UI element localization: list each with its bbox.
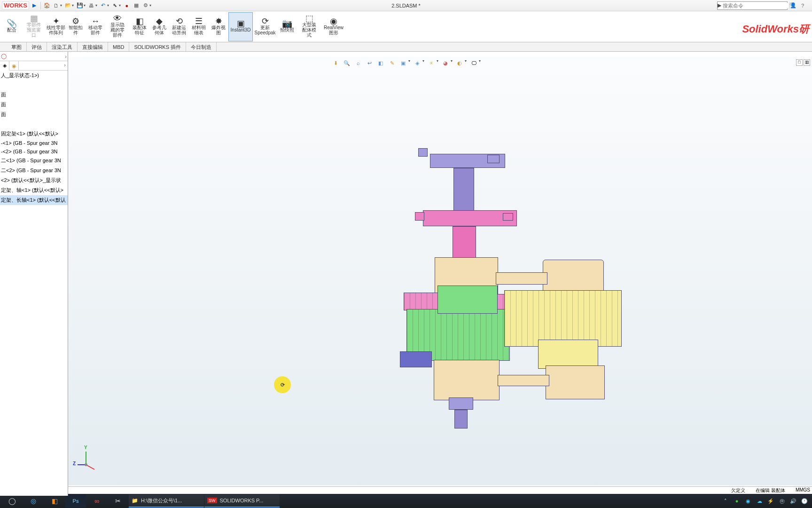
previous-view-icon[interactable]: ↩ <box>365 59 374 67</box>
select-icon[interactable]: ⬉ <box>111 1 119 10</box>
zoom-fit-icon[interactable]: 🔍 <box>343 59 351 67</box>
ribbon-装配体特征[interactable]: ◧装配体特征 <box>130 12 149 41</box>
home-icon[interactable]: 🏠 <box>43 1 51 10</box>
play-icon[interactable]: ▶ <box>30 1 39 10</box>
dropdown-icon[interactable]: ▾ <box>84 3 86 8</box>
tray-cloud-icon[interactable]: ☁ <box>756 498 763 504</box>
task-edge[interactable]: ◎ <box>23 494 44 508</box>
tree-plane[interactable]: 面 <box>0 110 68 119</box>
tab-2[interactable]: 渲染工具 <box>47 42 78 51</box>
zoom-area-icon[interactable]: ⌕ <box>354 59 362 67</box>
tray-chevron-icon[interactable]: ˄ <box>722 498 729 504</box>
section-view-icon[interactable]: ◧ <box>376 59 385 67</box>
appearance-icon[interactable]: ◕ <box>441 59 450 67</box>
tab-4[interactable]: MBD <box>108 42 129 51</box>
dropdown-icon[interactable]: ▾ <box>107 3 109 8</box>
dropdown-icon[interactable]: ▾ <box>437 59 438 67</box>
command-search[interactable]: ▶ 🔍 <box>717 1 788 10</box>
ribbon-智能扣件[interactable]: ⚙智能扣件 <box>66 12 86 41</box>
ribbon-线性零部件阵[interactable]: ✦线性零部件阵列 <box>46 12 66 41</box>
task-solidworks[interactable]: SWSOLIDWORKS P... <box>204 494 280 508</box>
light-icon[interactable]: ☀ <box>427 59 436 67</box>
tree-plane[interactable]: 面 <box>0 100 68 110</box>
tree-item[interactable]: 二<1> (GB - Spur gear 3N <box>0 156 68 166</box>
dropdown-icon[interactable]: ▾ <box>149 3 151 8</box>
tree-root[interactable]: 人_显示状态-1>) <box>0 71 68 80</box>
tree-item[interactable]: <2> (默认<<默认>_显示状 <box>0 175 68 185</box>
task-explorer[interactable]: 📁H:\微信公众号\1... <box>129 494 204 508</box>
tree-plane[interactable]: 面 <box>0 90 68 100</box>
task-browser[interactable]: ◧ <box>44 494 65 508</box>
display-style-icon[interactable]: ▣ <box>399 59 407 67</box>
dropdown-icon[interactable]: ▾ <box>95 3 97 8</box>
config-tab[interactable]: ◉ <box>9 61 19 71</box>
ribbon-零部件预览窗[interactable]: ▦零部件预览窗口 <box>22 12 46 41</box>
rebuild-icon[interactable]: ● <box>123 1 131 10</box>
search-input[interactable] <box>721 3 789 8</box>
tray-chat-icon[interactable]: ◉ <box>744 498 752 504</box>
ribbon-拍快照[interactable]: 📷拍快照 <box>277 12 297 41</box>
ribbon-材料明细表[interactable]: ☰材料明细表 <box>189 12 209 41</box>
ribbon-配合[interactable]: 📎配合 <box>2 12 22 41</box>
tree-item[interactable]: 定架、长轴<1> (默认<<默认 <box>0 195 68 205</box>
dropdown-icon[interactable]: ▾ <box>119 3 121 8</box>
dropdown-icon[interactable]: ▾ <box>465 59 467 67</box>
tray-net-icon[interactable]: ⚡ <box>767 498 774 504</box>
hide-show-icon[interactable]: ◈ <box>413 59 422 67</box>
help-icon[interactable]: ? <box>801 3 809 8</box>
ribbon-Instan[interactable]: ▣Instant3D <box>228 12 253 41</box>
ribbon-显示隐藏的零[interactable]: 👁显示隐藏的零部件 <box>105 12 130 41</box>
ribbon-新建运动算例[interactable]: ⟲新建运动算例 <box>169 12 189 41</box>
watermark-text: SolidWorks研 <box>742 22 809 36</box>
task-snip[interactable]: ✂ <box>108 494 128 508</box>
open-icon[interactable]: 📂 <box>64 1 72 10</box>
tab-0[interactable]: 草图 <box>7 42 27 51</box>
task-app2[interactable]: ∞ <box>86 494 107 508</box>
dropdown-icon[interactable]: ▾ <box>451 59 453 67</box>
tab-6[interactable]: 今日制造 <box>186 42 217 51</box>
tab-1[interactable]: 评估 <box>27 42 47 51</box>
dropdown-icon[interactable]: ▾ <box>479 59 481 67</box>
tab-3[interactable]: 直接编辑 <box>78 42 108 51</box>
print-icon[interactable]: 🖶 <box>87 1 96 10</box>
dropdown-icon[interactable]: ▾ <box>408 59 410 67</box>
panel-expand-icon[interactable]: › <box>62 61 68 70</box>
orientation-icon[interactable]: ⬇ <box>331 59 340 67</box>
tray-volume-icon[interactable]: 🔊 <box>789 498 797 504</box>
options-icon[interactable]: ▦ <box>132 1 141 10</box>
tree-item[interactable]: -<2> (GB - Spur gear 3N <box>0 147 68 156</box>
dropdown-icon[interactable]: ▾ <box>422 59 424 67</box>
dynamic-view-icon[interactable]: ✎ <box>388 59 396 67</box>
dropdown-icon[interactable]: ▾ <box>60 3 62 8</box>
new-icon[interactable]: 🗋 <box>52 1 61 10</box>
tree-item[interactable]: 二<2> (GB - Spur gear 3N <box>0 166 68 175</box>
dropdown-icon[interactable]: ▾ <box>72 3 74 8</box>
tray-input-icon[interactable]: ㊥ <box>778 498 786 505</box>
tray-wechat-icon[interactable]: ● <box>733 498 741 504</box>
undo-icon[interactable]: ↶ <box>99 1 108 10</box>
circle-icon[interactable]: ◯ <box>1 53 7 59</box>
ribbon-移动零部件[interactable]: ↔移动零部件 <box>86 12 105 41</box>
tree-item[interactable]: 定架、轴<1> (默认<<默认> <box>0 185 68 195</box>
graphics-viewport[interactable]: □ ▥ ⟳ <box>68 57 812 485</box>
feature-tree-tab[interactable]: ◈ <box>0 61 9 71</box>
tray-clock[interactable]: 🕐 <box>801 498 808 504</box>
ribbon-更新Spee[interactable]: ⟳更新Speedpak <box>253 12 277 41</box>
ribbon-参考几何体[interactable]: ◆参考几何体 <box>149 12 169 41</box>
settings-icon[interactable]: ⚙ <box>141 1 150 10</box>
tree-item[interactable]: -<1> (GB - Spur gear 3N <box>0 139 68 147</box>
tab-5[interactable]: SOLIDWORKS 插件 <box>129 42 186 51</box>
panel-collapse-icon[interactable]: › <box>65 54 67 59</box>
start-button[interactable]: ◯ <box>2 494 23 508</box>
ribbon-RealVi[interactable]: ◉RealView图形 <box>321 12 346 41</box>
viewport-split-icon[interactable]: ▥ <box>804 59 810 66</box>
user-icon[interactable]: 👤 <box>790 2 797 8</box>
screen-icon[interactable]: 🖵 <box>469 59 478 67</box>
tree-item[interactable]: 固定架<1> (默认<<默认> <box>0 129 68 139</box>
viewport-max-icon[interactable]: □ <box>796 59 803 66</box>
save-icon[interactable]: 💾 <box>76 1 84 10</box>
ribbon-大型装配体模[interactable]: ⬚大型装配体模式 <box>297 12 321 41</box>
ribbon-爆炸视图[interactable]: ✸爆炸视图 <box>209 12 228 41</box>
scene-icon[interactable]: ◐ <box>455 59 464 67</box>
task-photoshop[interactable]: Ps <box>65 494 86 508</box>
